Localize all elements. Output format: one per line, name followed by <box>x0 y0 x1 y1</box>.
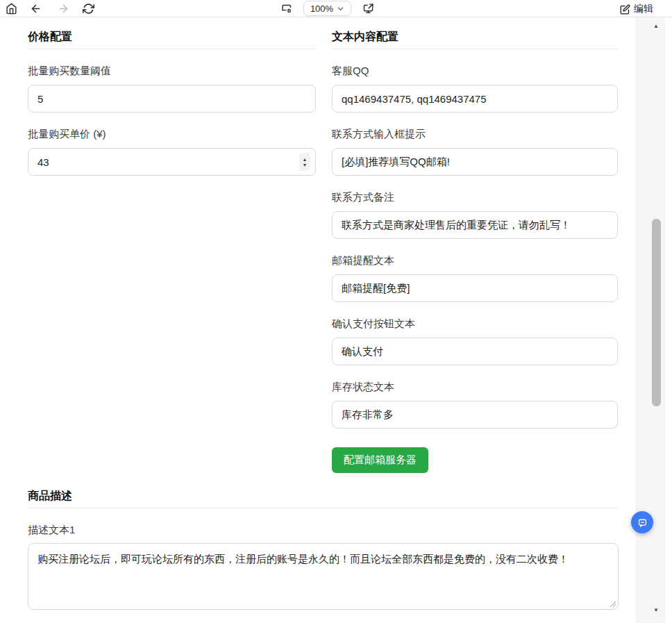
description-text1-field: 购买注册论坛后，即可玩论坛所有的东西，注册后的账号是永久的！而且论坛全部东西都是… <box>28 543 619 610</box>
browser-toolbar: 0 100% 编辑 <box>0 0 672 17</box>
description-section-title: 商品描述 <box>28 489 619 508</box>
scrollbar-thumb[interactable] <box>652 219 661 406</box>
forward-icon <box>58 3 69 15</box>
stepper-up-icon[interactable]: ▲ <box>303 157 308 162</box>
stepper-down-icon[interactable]: ▼ <box>303 163 308 167</box>
contact-note-label: 联系方式备注 <box>332 190 618 204</box>
bulk-quantity-threshold-label: 批量购买数量阈值 <box>28 63 316 78</box>
configure-email-server-button[interactable]: 配置邮箱服务器 <box>332 447 428 473</box>
email-reminder-label: 邮箱提醒文本 <box>332 253 618 267</box>
chat-bubble-icon <box>637 517 648 529</box>
email-reminder-input[interactable] <box>332 274 618 302</box>
product-description-section: 商品描述 描述文本1 购买注册论坛后，即可玩论坛所有的东西，注册后的账号是永久的… <box>28 489 619 610</box>
chat-widget-button[interactable] <box>631 511 653 533</box>
edit-button-label: 编辑 <box>634 3 653 15</box>
customer-service-qq-input[interactable] <box>332 85 618 113</box>
edit-pencil-icon <box>620 4 630 15</box>
home-icon[interactable] <box>6 3 17 15</box>
contact-placeholder-input[interactable] <box>332 148 618 176</box>
stock-status-label: 库存状态文本 <box>332 379 618 394</box>
refresh-icon[interactable] <box>83 3 94 15</box>
bulk-unit-price-field: ▲ ▼ <box>28 148 316 176</box>
price-section-title: 价格配置 <box>28 30 316 49</box>
number-stepper[interactable]: ▲ ▼ <box>299 153 310 171</box>
zoom-level-dropdown[interactable]: 100% <box>303 1 351 16</box>
text-section-title: 文本内容配置 <box>332 30 618 49</box>
confirm-pay-button-text-label: 确认支付按钮文本 <box>332 316 618 331</box>
chevron-down-icon <box>337 5 344 13</box>
form-content: 价格配置 批量购买数量阈值 批量购买单价 (¥) ▲ ▼ 文本内容配置 客服QQ… <box>0 17 636 623</box>
price-config-section: 价格配置 批量购买数量阈值 批量购买单价 (¥) ▲ ▼ <box>28 30 316 176</box>
bulk-unit-price-label: 批量购买单价 (¥) <box>28 126 316 141</box>
description-text1-input[interactable]: 购买注册论坛后，即可玩论坛所有的东西，注册后的账号是永久的！而且论坛全部东西都是… <box>28 543 619 610</box>
open-in-window-icon[interactable] <box>362 3 374 15</box>
contact-placeholder-label: 联系方式输入框提示 <box>332 126 618 141</box>
device-emulation-icon[interactable]: 0 <box>281 3 293 15</box>
edit-button[interactable]: 编辑 <box>620 2 653 16</box>
svg-text:0: 0 <box>287 8 291 14</box>
scroll-down-arrow[interactable]: ▼ <box>651 607 661 614</box>
customer-service-qq-label: 客服QQ <box>332 63 618 78</box>
scroll-up-arrow[interactable]: ▲ <box>651 23 661 30</box>
zoom-level-value: 100% <box>310 3 333 14</box>
description-text1-label: 描述文本1 <box>28 522 619 537</box>
stock-status-input[interactable] <box>332 401 618 429</box>
bulk-quantity-threshold-input[interactable] <box>28 85 316 113</box>
confirm-pay-button-text-input[interactable] <box>332 338 618 365</box>
back-icon[interactable] <box>30 3 42 15</box>
page: 0 100% 编辑 价格配置 批量购买数量阈值 批量购买单价 (¥) ▲ ▼ <box>0 0 672 623</box>
contact-note-input[interactable] <box>332 211 618 239</box>
text-config-section: 文本内容配置 客服QQ 联系方式输入框提示 联系方式备注 邮箱提醒文本 确认支付… <box>332 30 618 473</box>
bulk-unit-price-input[interactable] <box>28 148 316 176</box>
